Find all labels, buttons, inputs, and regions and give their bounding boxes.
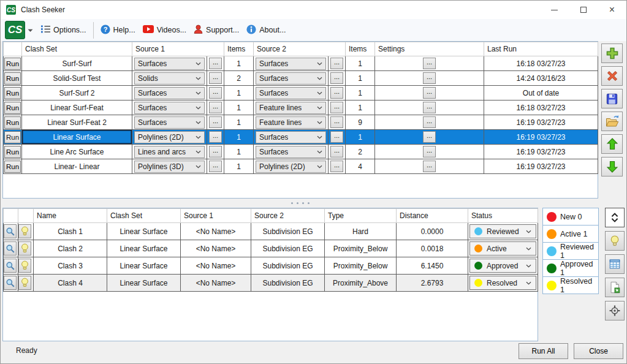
status-dropdown[interactable]: Active: [469, 241, 536, 256]
close-dialog-button[interactable]: Close: [574, 343, 623, 359]
highlight-clash-button[interactable]: [18, 224, 31, 238]
clash-set-row[interactable]: RunSurf-SurfSurfaces...1Surfaces...1...1…: [4, 56, 598, 71]
run-button[interactable]: Run: [4, 72, 21, 85]
source1-browse-button[interactable]: ...: [209, 87, 222, 99]
app-menu-caret-icon[interactable]: [28, 26, 33, 34]
export-report-button[interactable]: [605, 278, 625, 297]
move-up-button[interactable]: [601, 134, 623, 154]
clash-set-name[interactable]: Linear Surface: [22, 130, 132, 145]
source2-dropdown[interactable]: Surfaces: [256, 58, 326, 70]
run-button[interactable]: Run: [4, 58, 21, 70]
status-dropdown[interactable]: Resolved: [469, 276, 536, 290]
source1-browse-button[interactable]: ...: [209, 72, 222, 84]
status-dropdown[interactable]: Approved: [469, 259, 536, 273]
clash-set-row[interactable]: RunLinear Surf-Feat 2Surfaces...1Feature…: [4, 115, 598, 130]
source2-browse-button[interactable]: ...: [330, 102, 343, 113]
run-button[interactable]: Run: [4, 102, 21, 114]
source1-dropdown[interactable]: Polylines (2D): [134, 131, 205, 143]
clash-set-name[interactable]: Surf-Surf 2: [22, 86, 132, 100]
run-button[interactable]: Run: [4, 161, 21, 173]
delete-clash-set-button[interactable]: [601, 66, 623, 86]
source2-dropdown[interactable]: Polylines (2D): [256, 161, 326, 173]
source1-dropdown[interactable]: Solids: [134, 72, 205, 85]
close-window-button[interactable]: ×: [598, 1, 626, 19]
settings-button[interactable]: ...: [423, 116, 436, 128]
status-dropdown[interactable]: Reviewed: [469, 224, 536, 238]
source2-browse-button[interactable]: ...: [330, 58, 343, 69]
collapse-expand-button[interactable]: [605, 208, 625, 227]
source1-dropdown[interactable]: Surfaces: [134, 87, 205, 99]
source2-dropdown[interactable]: Surfaces: [256, 131, 326, 143]
clash-result-row[interactable]: Clash 2Linear Surface<No Name>Subdivisio…: [4, 240, 538, 257]
clash-set-name[interactable]: Surf-Surf: [22, 56, 132, 71]
legend-item[interactable]: New 0: [542, 208, 599, 226]
source2-browse-button[interactable]: ...: [330, 116, 343, 128]
videos-button[interactable]: Videos...: [139, 22, 190, 38]
source2-browse-button[interactable]: ...: [330, 72, 343, 84]
clash-set-row[interactable]: RunLinear SurfacePolylines (2D)...1Surfa…: [4, 130, 598, 145]
add-clash-set-button[interactable]: [601, 44, 623, 63]
clash-result-row[interactable]: Clash 3Linear Surface<No Name>Subdivisio…: [4, 257, 538, 275]
source1-dropdown[interactable]: Surfaces: [134, 116, 205, 129]
clash-set-row[interactable]: RunSolid-Surf TestSolids...2Surfaces...1…: [4, 71, 598, 86]
move-down-button[interactable]: [601, 157, 623, 176]
source1-browse-button[interactable]: ...: [209, 58, 222, 69]
source2-dropdown[interactable]: Surfaces: [256, 72, 326, 85]
source2-dropdown[interactable]: Feature lines: [256, 116, 326, 129]
source1-browse-button[interactable]: ...: [209, 102, 222, 113]
table-view-button[interactable]: [605, 254, 625, 274]
settings-button[interactable]: ...: [423, 58, 436, 69]
zoom-to-clash-button[interactable]: [4, 241, 17, 256]
settings-button[interactable]: ...: [423, 146, 436, 157]
source1-dropdown[interactable]: Surfaces: [134, 102, 205, 114]
legend-item[interactable]: Resolved 1: [542, 276, 599, 294]
source2-browse-button[interactable]: ...: [330, 87, 343, 99]
settings-button[interactable]: ...: [423, 102, 436, 113]
run-button[interactable]: Run: [4, 146, 21, 158]
maximize-button[interactable]: [569, 1, 598, 19]
settings-button[interactable]: ...: [423, 72, 436, 84]
open-clash-sets-button[interactable]: [601, 112, 623, 131]
highlight-all-button[interactable]: [605, 231, 625, 251]
clash-set-name[interactable]: Line Arc Surface: [22, 145, 132, 159]
legend-item[interactable]: Active 1: [542, 225, 599, 243]
source2-dropdown[interactable]: Surfaces: [256, 146, 326, 158]
splitter-handle[interactable]: [2, 200, 598, 206]
clash-set-name[interactable]: Linear Surf-Feat 2: [22, 115, 132, 130]
highlight-clash-button[interactable]: [18, 241, 31, 256]
source2-dropdown[interactable]: Surfaces: [256, 87, 326, 99]
legend-item[interactable]: Approved 1: [542, 259, 599, 277]
save-clash-sets-button[interactable]: [601, 89, 623, 108]
clash-set-row[interactable]: RunLinear Surf-FeatSurfaces...1Feature l…: [4, 100, 598, 115]
run-button[interactable]: Run: [4, 87, 21, 99]
source2-dropdown[interactable]: Feature lines: [256, 102, 326, 114]
source1-dropdown[interactable]: Lines and arcs: [134, 146, 205, 158]
source1-dropdown[interactable]: Polylines (3D): [134, 161, 205, 173]
clash-set-row[interactable]: RunLine Arc SurfaceLines and arcs...1Sur…: [4, 145, 598, 159]
run-button[interactable]: Run: [4, 131, 21, 143]
zoom-to-clash-button[interactable]: [4, 224, 17, 238]
support-button[interactable]: Support...: [190, 21, 243, 39]
help-button[interactable]: ? Help...: [97, 21, 139, 39]
zoom-to-clash-button[interactable]: [4, 276, 17, 290]
source1-dropdown[interactable]: Surfaces: [134, 58, 205, 70]
pan-view-button[interactable]: [605, 301, 625, 320]
zoom-to-clash-button[interactable]: [4, 259, 17, 273]
source2-browse-button[interactable]: ...: [330, 131, 343, 143]
clash-set-row[interactable]: RunSurf-Surf 2Surfaces...1Surfaces...1..…: [4, 86, 598, 100]
source2-browse-button[interactable]: ...: [330, 161, 343, 172]
source1-browse-button[interactable]: ...: [209, 146, 222, 157]
source1-browse-button[interactable]: ...: [209, 161, 222, 172]
clash-set-name[interactable]: Linear- Linear: [22, 159, 132, 174]
clash-set-name[interactable]: Linear Surf-Feat: [22, 100, 132, 115]
settings-button[interactable]: ...: [423, 131, 436, 143]
source2-browse-button[interactable]: ...: [330, 146, 343, 157]
options-button[interactable]: Options...: [37, 22, 90, 38]
run-button[interactable]: Run: [4, 116, 21, 129]
settings-button[interactable]: ...: [423, 161, 436, 172]
highlight-clash-button[interactable]: [18, 259, 31, 273]
run-all-button[interactable]: Run All: [519, 343, 568, 359]
clash-result-row[interactable]: Clash 4Linear Surface<No Name>Subdivisio…: [4, 275, 538, 292]
clash-set-name[interactable]: Solid-Surf Test: [22, 71, 132, 86]
highlight-clash-button[interactable]: [18, 276, 31, 290]
